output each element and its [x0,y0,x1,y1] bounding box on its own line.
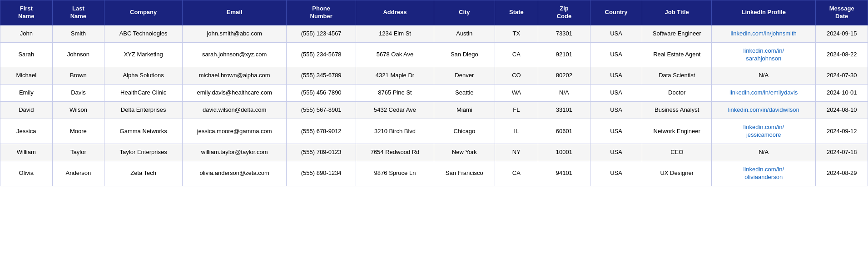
header-first-name: FirstName [0,0,53,25]
cell-company: ABC Technologies [104,25,183,42]
cell-job: CEO [642,144,712,161]
cell-country: USA [590,67,642,85]
cell-linkedin[interactable]: linkedin.com/in/emilydavis [712,85,816,102]
contacts-table: FirstName LastName Company Email PhoneNu… [0,0,868,186]
cell-job: Real Estate Agent [642,42,712,67]
header-company: Company [104,0,183,25]
cell-phone: (555) 456-7890 [287,85,356,102]
table-row: MichaelBrownAlpha Solutionsmichael.brown… [0,67,868,85]
cell-country: USA [590,102,642,119]
cell-company: Delta Enterprises [104,102,183,119]
cell-last: Anderson [52,161,104,186]
cell-company: Gamma Networks [104,119,183,144]
cell-city: Chicago [434,119,495,144]
header-last-name: LastName [52,0,104,25]
cell-first: Sarah [0,42,53,67]
cell-email: david.wilson@delta.com [183,102,287,119]
cell-city: San Diego [434,42,495,67]
cell-job: Data Scientist [642,67,712,85]
header-phone: PhoneNumber [287,0,356,25]
cell-linkedin[interactable]: linkedin.com/in/johnsmith [712,25,816,42]
cell-country: USA [590,144,642,161]
cell-state: TX [495,25,538,42]
cell-state: NY [495,144,538,161]
cell-email: john.smith@abc.com [183,25,287,42]
cell-job: UX Designer [642,161,712,186]
cell-first: Olivia [0,161,53,186]
cell-first: Michael [0,67,53,85]
cell-state: CA [495,161,538,186]
header-email: Email [183,0,287,25]
cell-email: sarah.johnson@xyz.com [183,42,287,67]
cell-last: Moore [52,119,104,144]
cell-address: 5432 Cedar Ave [356,102,434,119]
cell-country: USA [590,85,642,102]
header-job-title: Job Title [642,0,712,25]
cell-email: emily.davis@healthcare.com [183,85,287,102]
cell-country: USA [590,119,642,144]
cell-linkedin: N/A [712,67,816,85]
table-row: OliviaAndersonZeta Techolivia.anderson@z… [0,161,868,186]
cell-email: william.taylor@taylor.com [183,144,287,161]
cell-zip: N/A [538,85,590,102]
cell-phone: (555) 678-9012 [287,119,356,144]
cell-last: Davis [52,85,104,102]
cell-linkedin[interactable]: linkedin.com/in/sarahjohnson [712,42,816,67]
table-row: JessicaMooreGamma Networksjessica.moore@… [0,119,868,144]
cell-company: Zeta Tech [104,161,183,186]
cell-email: jessica.moore@gamma.com [183,119,287,144]
cell-state: WA [495,85,538,102]
header-address: Address [356,0,434,25]
cell-date: 2024-07-30 [816,67,868,85]
table-header-row: FirstName LastName Company Email PhoneNu… [0,0,868,25]
header-linkedin: LinkedIn Profile [712,0,816,25]
cell-first: David [0,102,53,119]
header-state: State [495,0,538,25]
table-row: JohnSmithABC Technologiesjohn.smith@abc.… [0,25,868,42]
cell-company: HealthCare Clinic [104,85,183,102]
cell-zip: 80202 [538,67,590,85]
cell-phone: (555) 789-0123 [287,144,356,161]
cell-zip: 10001 [538,144,590,161]
cell-linkedin[interactable]: linkedin.com/in/davidwilson [712,102,816,119]
cell-address: 3210 Birch Blvd [356,119,434,144]
cell-job: Doctor [642,85,712,102]
cell-last: Johnson [52,42,104,67]
cell-date: 2024-08-10 [816,102,868,119]
cell-phone: (555) 567-8901 [287,102,356,119]
cell-state: FL [495,102,538,119]
cell-job: Business Analyst [642,102,712,119]
cell-date: 2024-07-18 [816,144,868,161]
cell-country: USA [590,161,642,186]
cell-linkedin[interactable]: linkedin.com/in/jessicamoore [712,119,816,144]
cell-address: 1234 Elm St [356,25,434,42]
cell-company: Alpha Solutions [104,67,183,85]
cell-date: 2024-08-29 [816,161,868,186]
cell-date: 2024-10-01 [816,85,868,102]
cell-zip: 33101 [538,102,590,119]
cell-city: New York [434,144,495,161]
cell-phone: (555) 890-1234 [287,161,356,186]
cell-last: Taylor [52,144,104,161]
cell-address: 4321 Maple Dr [356,67,434,85]
cell-phone: (555) 345-6789 [287,67,356,85]
cell-date: 2024-09-12 [816,119,868,144]
cell-job: Software Engineer [642,25,712,42]
cell-linkedin[interactable]: linkedin.com/in/oliviaanderson [712,161,816,186]
cell-first: William [0,144,53,161]
table-row: DavidWilsonDelta Enterprisesdavid.wilson… [0,102,868,119]
cell-email: olivia.anderson@zeta.com [183,161,287,186]
cell-country: USA [590,42,642,67]
cell-first: John [0,25,53,42]
cell-first: Emily [0,85,53,102]
table-row: EmilyDavisHealthCare Clinicemily.davis@h… [0,85,868,102]
cell-date: 2024-09-15 [816,25,868,42]
cell-last: Wilson [52,102,104,119]
cell-last: Brown [52,67,104,85]
cell-zip: 92101 [538,42,590,67]
cell-job: Network Engineer [642,119,712,144]
cell-zip: 73301 [538,25,590,42]
cell-country: USA [590,25,642,42]
cell-address: 9876 Spruce Ln [356,161,434,186]
cell-address: 8765 Pine St [356,85,434,102]
